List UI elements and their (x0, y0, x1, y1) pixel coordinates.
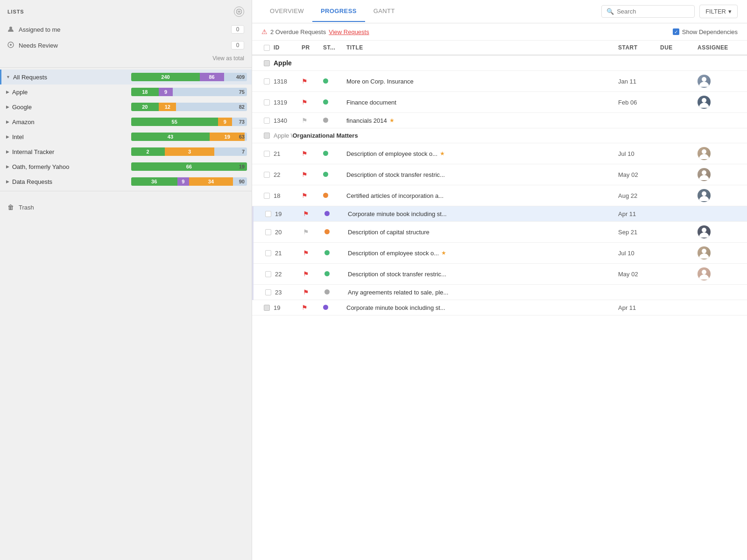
table-row[interactable]: 1318 ⚑ More on Corp. Insurance Jan 11 (252, 71, 747, 92)
header-id: ID (274, 44, 302, 51)
table-container: ID PR St... Title Start Due Assignee App… (252, 41, 747, 560)
tab-gantt[interactable]: GANTT (365, 1, 403, 22)
sidebar-item-google[interactable]: ▶ Google 2012 82 (0, 99, 252, 114)
cell-id: 20 (275, 229, 303, 236)
section-label: Data Requests (12, 178, 128, 185)
status-gray-dot (324, 289, 330, 294)
sidebar-item-trash[interactable]: 🗑 Trash (0, 199, 252, 216)
section-label: Oath, formerly Yahoo (12, 163, 128, 170)
sidebar-item-needs-review[interactable]: Needs Review 0 (0, 37, 252, 53)
cell-id: 19 (275, 210, 303, 217)
row-checkbox[interactable] (264, 151, 270, 157)
cell-assignee (698, 75, 740, 88)
add-list-button[interactable] (234, 7, 244, 17)
main-content: OVERVIEW PROGRESS GANTT 🔍 FILTER ▾ ⚠ 2 O… (252, 0, 747, 560)
status-green-dot (323, 172, 328, 177)
cell-start: May 02 (618, 271, 660, 278)
section-label: Intel (12, 133, 128, 140)
search-box[interactable]: 🔍 (601, 5, 695, 18)
cell-assignee (698, 96, 740, 109)
cell-status (323, 117, 346, 124)
cell-id: 1319 (274, 99, 302, 106)
sidebar-item-data-requests[interactable]: ▶ Data Requests 36934 90 (0, 174, 252, 189)
table-row[interactable]: 1340 ⚑ financials 2014 ★ (252, 113, 747, 128)
cell-start: Feb 06 (618, 99, 660, 106)
status-green-dot (324, 271, 330, 276)
table-row[interactable]: 1319 ⚑ Finance document Feb 06 (252, 92, 747, 113)
cell-start: May 02 (618, 171, 660, 178)
flag-gray-icon: ⚑ (303, 228, 309, 236)
svg-point-7 (702, 98, 706, 103)
header-checkbox[interactable] (264, 45, 270, 51)
row-checkbox[interactable] (264, 99, 270, 105)
row-checkbox[interactable] (265, 211, 271, 217)
row-checkbox[interactable] (265, 271, 271, 277)
cell-status (324, 271, 348, 278)
status-orange-dot (323, 193, 328, 198)
group-title-apple: Apple (274, 59, 740, 67)
group-apple[interactable]: Apple (252, 56, 747, 71)
table-row[interactable]: 23 ⚑ Any agreements related to sale, ple… (254, 285, 747, 300)
row-checkbox[interactable] (264, 133, 270, 139)
header-check[interactable] (260, 45, 274, 51)
cell-title: Description of employee stock o... ★ (346, 150, 618, 157)
row-checkbox[interactable] (265, 229, 271, 235)
cell-assignee (698, 246, 740, 259)
row-checkbox[interactable] (264, 172, 270, 178)
cell-title: Finance document (346, 99, 618, 106)
row-checkbox[interactable] (264, 193, 270, 199)
cell-id: 1340 (274, 117, 302, 124)
row-checkbox[interactable] (264, 78, 270, 84)
sidebar-item-all-requests[interactable]: ▼ All Requests 240 86 409 (0, 70, 252, 84)
show-dependencies[interactable]: Show Dependencies (673, 28, 738, 35)
filter-button[interactable]: FILTER ▾ (699, 5, 738, 18)
row-checkbox[interactable] (264, 118, 270, 124)
avatar (698, 267, 711, 280)
svg-point-6 (702, 77, 706, 82)
sidebar-item-internal-tracker[interactable]: ▶ Internal Tracker 23 7 (0, 144, 252, 159)
row-checkbox[interactable] (265, 289, 271, 295)
group-checkbox-apple[interactable] (264, 60, 270, 66)
search-input[interactable] (617, 8, 690, 15)
header-title: Title (346, 44, 618, 51)
arrow-icon: ▶ (6, 90, 9, 94)
cell-pr: ⚑ (303, 249, 324, 257)
sidebar-item-assigned[interactable]: Assigned to me 0 (0, 21, 252, 37)
sidebar: LISTS Assigned to me 0 Needs Review 0 Vi… (0, 0, 252, 560)
sidebar-item-intel[interactable]: ▶ Intel 4319 63 (0, 129, 252, 144)
cell-pr: ⚑ (303, 210, 324, 217)
flag-gray-icon: ⚑ (302, 117, 308, 124)
sidebar-item-apple[interactable]: ▶ Apple 189 75 (0, 84, 252, 99)
tab-overview[interactable]: OVERVIEW (261, 1, 312, 22)
cell-id: 22 (275, 271, 303, 278)
row-checkbox[interactable] (264, 305, 270, 311)
table-row[interactable]: 20 ⚑ Description of capital structure Se… (254, 222, 747, 243)
table-row[interactable]: 18 ⚑ Certified articles of incorporation… (252, 185, 747, 206)
view-as-total: View as total (0, 53, 252, 65)
status-orange-dot (324, 229, 330, 234)
view-requests-link[interactable]: View Requests (329, 28, 369, 35)
show-deps-checkbox[interactable] (673, 28, 679, 35)
table-row[interactable]: 19 ⚑ Corporate minute book including st.… (252, 300, 747, 315)
show-deps-label: Show Dependencies (682, 28, 738, 35)
table-row[interactable]: 22 ⚑ Description of stock transfer restr… (254, 264, 747, 285)
table-row[interactable]: 21 ⚑ Description of employee stock o... … (252, 143, 747, 164)
row-checkbox[interactable] (265, 250, 271, 256)
svg-point-10 (702, 191, 706, 196)
cell-assignee (698, 225, 740, 238)
cell-assignee (698, 267, 740, 280)
group-check-apple[interactable] (260, 60, 274, 66)
sidebar-item-oath--formerly-yahoo[interactable]: ▶ Oath, formerly Yahoo 66 19 (0, 159, 252, 174)
group-org-matters[interactable]: Apple \Organizational Matters (252, 128, 747, 143)
sidebar-item-amazon[interactable]: ▶ Amazon 559 73 (0, 114, 252, 129)
overdue-left: ⚠ 2 Overdue Requests View Requests (261, 28, 369, 35)
cell-status (323, 171, 346, 178)
table-row[interactable]: 22 ⚑ Description of stock transfer restr… (252, 164, 747, 185)
review-icon (7, 42, 14, 49)
section-label: Amazon (12, 119, 128, 126)
table-row[interactable]: 21 ⚑ Description of employee stock o... … (254, 243, 747, 264)
tab-progress[interactable]: PROGRESS (312, 1, 365, 22)
cell-status (324, 289, 348, 296)
status-purple-dot (323, 305, 328, 310)
table-row-highlighted[interactable]: 19 ⚑ Corporate minute book including st.… (254, 206, 747, 222)
